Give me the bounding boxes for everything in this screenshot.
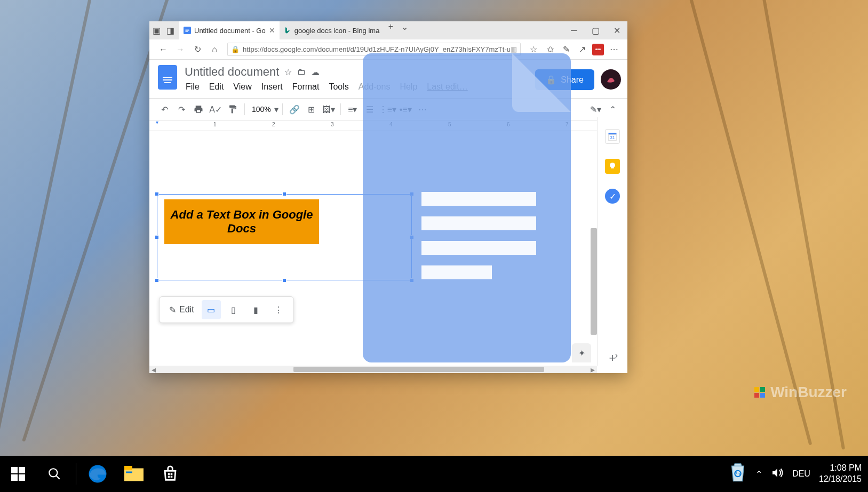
url-field[interactable]: 🔒 https://docs.google.com/document/d/19U… bbox=[227, 43, 521, 56]
menu-addons[interactable]: Add-ons bbox=[357, 81, 392, 93]
docs-header: Untitled document ☆ 🗀 ☁ File Edit View I… bbox=[149, 60, 627, 93]
menu-insert[interactable]: Insert bbox=[260, 81, 284, 93]
bg-strand bbox=[759, 0, 845, 450]
numbered-list-button[interactable]: ⋮≡▾ bbox=[379, 101, 396, 117]
search-button[interactable] bbox=[36, 456, 73, 492]
window-controls: ─ ▢ ✕ bbox=[563, 21, 627, 39]
explore-button[interactable]: ✦ bbox=[572, 343, 591, 362]
edge-button[interactable] bbox=[79, 456, 116, 492]
tasks-addon-icon[interactable]: ✓ bbox=[605, 189, 620, 204]
wrap-inline-button[interactable]: ▭ bbox=[202, 300, 221, 319]
language-indicator[interactable]: DEU bbox=[792, 469, 810, 479]
menu-format[interactable]: Format bbox=[291, 81, 321, 93]
set-aside-icon[interactable]: ◨ bbox=[165, 25, 176, 36]
resize-handle[interactable] bbox=[410, 192, 414, 196]
new-tab-button[interactable]: + bbox=[385, 21, 396, 32]
refresh-button[interactable]: ↻ bbox=[190, 42, 205, 57]
more-button[interactable]: ⋯ bbox=[415, 101, 431, 117]
account-avatar[interactable] bbox=[601, 69, 621, 90]
resize-handle[interactable] bbox=[155, 235, 159, 239]
last-edit-link[interactable]: Last edit… bbox=[426, 81, 468, 93]
resize-handle[interactable] bbox=[155, 192, 159, 196]
collapse-panel-icon[interactable]: › bbox=[615, 351, 618, 360]
print-button[interactable] bbox=[190, 101, 206, 117]
share-label: Share bbox=[561, 75, 584, 85]
redo-button[interactable]: ↷ bbox=[173, 101, 189, 117]
resize-handle[interactable] bbox=[155, 278, 159, 283]
more-options-button[interactable]: ⋮ bbox=[269, 300, 288, 319]
wrap-text-button[interactable]: ▯ bbox=[224, 300, 243, 319]
minimize-button[interactable]: ─ bbox=[563, 21, 585, 39]
resize-handle[interactable] bbox=[282, 278, 286, 283]
svg-rect-20 bbox=[171, 476, 173, 478]
clock[interactable]: 1:08 PM 12/18/2015 bbox=[819, 463, 862, 485]
svg-rect-5 bbox=[186, 29, 189, 29]
home-button[interactable]: ⌂ bbox=[207, 42, 222, 57]
forward-button[interactable]: → bbox=[173, 42, 188, 57]
tab-bing[interactable]: google docs icon - Bing ima bbox=[280, 21, 384, 39]
align-button[interactable]: ≡▾ bbox=[345, 101, 361, 117]
favorite-star-icon[interactable]: ☆ bbox=[526, 42, 541, 57]
favorites-list-icon[interactable]: ✩ bbox=[543, 43, 557, 57]
collapse-toolbar-button[interactable]: ⌃ bbox=[604, 101, 620, 117]
resize-handle[interactable] bbox=[410, 235, 414, 239]
notes-icon[interactable]: ✎ bbox=[559, 43, 573, 57]
horizontal-scrollbar[interactable]: ◂ ▸ bbox=[149, 366, 597, 373]
keep-addon-icon[interactable] bbox=[605, 159, 620, 174]
menu-tools[interactable]: Tools bbox=[328, 81, 349, 93]
document-canvas[interactable]: Add a Text Box in Google Docs ✎ Edit ▭ ▯… bbox=[149, 131, 627, 373]
reading-view-icon[interactable]: ▥ bbox=[511, 45, 517, 53]
edit-drawing-button[interactable]: ✎ Edit bbox=[165, 305, 198, 315]
close-tab-icon[interactable]: ✕ bbox=[269, 26, 275, 35]
bg-strand bbox=[0, 0, 95, 448]
ruler[interactable]: ▾ 1 2 3 4 5 6 7 bbox=[149, 120, 627, 131]
tab-docs[interactable]: Untitled document - Go ✕ bbox=[179, 21, 280, 39]
drawing-selection[interactable] bbox=[157, 194, 412, 280]
close-window-button[interactable]: ✕ bbox=[606, 21, 627, 39]
tab-actions-icon[interactable]: ▣ bbox=[151, 25, 162, 36]
star-icon[interactable]: ☆ bbox=[284, 67, 292, 77]
tab-dropdown-icon[interactable]: ⌄ bbox=[399, 21, 410, 32]
vertical-scrollbar[interactable] bbox=[591, 228, 597, 335]
resize-handle[interactable] bbox=[410, 278, 414, 283]
indent-marker-icon[interactable]: ▾ bbox=[156, 119, 158, 125]
menu-file[interactable]: File bbox=[185, 81, 201, 93]
settings-more-icon[interactable]: ⋯ bbox=[607, 43, 621, 57]
insert-link-button[interactable]: 🔗 bbox=[286, 101, 302, 117]
store-button[interactable] bbox=[152, 456, 188, 492]
paint-format-button[interactable] bbox=[225, 101, 241, 117]
system-tray: ⌃ DEU 1:08 PM 12/18/2015 bbox=[729, 461, 868, 487]
share-button[interactable]: 🔒 Share bbox=[535, 69, 594, 90]
menu-view[interactable]: View bbox=[232, 81, 252, 93]
scrollbar-thumb[interactable] bbox=[293, 367, 544, 372]
zoom-dropdown[interactable]: 100%▾ bbox=[249, 101, 278, 117]
back-button[interactable]: ← bbox=[156, 42, 171, 57]
maximize-button[interactable]: ▢ bbox=[585, 21, 606, 39]
calendar-addon-icon[interactable]: 31 bbox=[605, 129, 620, 144]
tray-overflow-icon[interactable]: ⌃ bbox=[755, 469, 762, 479]
docs-logo-icon[interactable] bbox=[158, 65, 177, 90]
side-panel: 31 ✓ + › bbox=[597, 117, 627, 366]
line-spacing-button[interactable]: ☰ bbox=[362, 101, 378, 117]
spellcheck-button[interactable]: A✓ bbox=[208, 101, 224, 117]
resize-handle[interactable] bbox=[282, 192, 286, 196]
break-text-button[interactable]: ▮ bbox=[246, 300, 266, 319]
insert-image-button[interactable]: 🖼▾ bbox=[321, 101, 337, 117]
lastpass-extension-icon[interactable]: ••• bbox=[591, 43, 605, 57]
recycle-bin-icon[interactable] bbox=[729, 461, 747, 487]
svg-rect-8 bbox=[609, 133, 617, 134]
menu-edit[interactable]: Edit bbox=[208, 81, 225, 93]
url-text: https://docs.google.com/document/d/19Ud1… bbox=[243, 45, 511, 53]
tab-strip: Untitled document - Go ✕ google docs ico… bbox=[177, 21, 563, 39]
undo-button[interactable]: ↶ bbox=[156, 101, 172, 117]
document-title[interactable]: Untitled document bbox=[185, 65, 279, 79]
volume-icon[interactable] bbox=[771, 466, 784, 481]
move-icon[interactable]: 🗀 bbox=[297, 67, 306, 77]
menu-help[interactable]: Help bbox=[399, 81, 418, 93]
start-button[interactable] bbox=[0, 456, 36, 492]
insert-comment-button[interactable]: ⊞ bbox=[304, 101, 320, 117]
bulleted-list-button[interactable]: •≡▾ bbox=[397, 101, 413, 117]
editing-mode-button[interactable]: ✎▾ bbox=[587, 101, 603, 117]
share-page-icon[interactable]: ↗ bbox=[575, 43, 589, 57]
file-explorer-button[interactable] bbox=[116, 456, 152, 492]
